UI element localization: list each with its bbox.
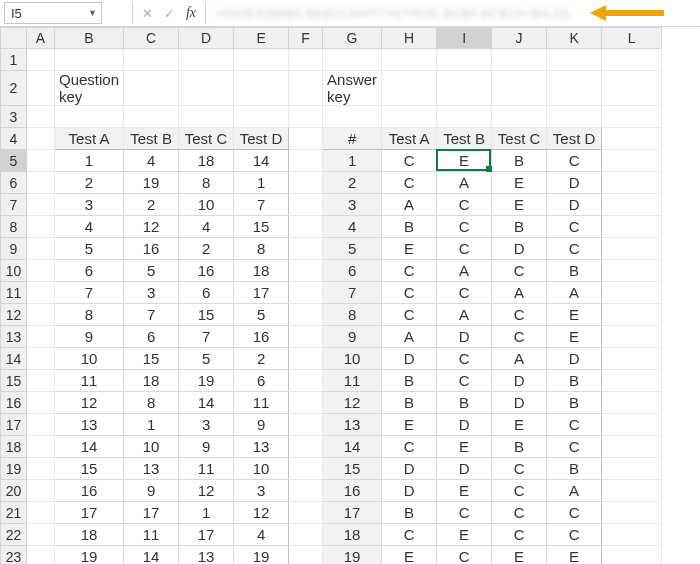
cell-J10[interactable]: C [492,260,547,282]
cell-J20[interactable]: C [492,480,547,502]
cell-K13[interactable]: E [547,326,602,348]
cell-I13[interactable]: D [437,326,492,348]
cell-A18[interactable] [27,436,55,458]
cell-B18[interactable]: 14 [55,436,124,458]
cell-E14[interactable]: 2 [234,348,289,370]
cell-H2[interactable] [382,71,437,106]
cell-G4[interactable]: # [323,128,382,150]
cell-L10[interactable] [602,260,662,282]
col-header-I[interactable]: I [437,28,492,49]
cell-D22[interactable]: 17 [179,524,234,546]
cell-F2[interactable] [289,71,323,106]
cell-A14[interactable] [27,348,55,370]
cell-C9[interactable]: 16 [124,238,179,260]
cell-F7[interactable] [289,194,323,216]
select-all-corner[interactable] [1,28,27,49]
cell-D6[interactable]: 8 [179,172,234,194]
cell-D20[interactable]: 12 [179,480,234,502]
row-header-15[interactable]: 15 [1,370,27,392]
col-header-D[interactable]: D [179,28,234,49]
cell-K18[interactable]: C [547,436,602,458]
cell-E20[interactable]: 3 [234,480,289,502]
cell-L13[interactable] [602,326,662,348]
cell-A3[interactable] [27,106,55,128]
cell-F17[interactable] [289,414,323,436]
cell-H9[interactable]: E [382,238,437,260]
cell-D23[interactable]: 13 [179,546,234,565]
cell-A15[interactable] [27,370,55,392]
cell-E13[interactable]: 16 [234,326,289,348]
cell-I18[interactable]: E [437,436,492,458]
cell-K17[interactable]: C [547,414,602,436]
cell-I10[interactable]: A [437,260,492,282]
cell-E8[interactable]: 15 [234,216,289,238]
cell-H23[interactable]: E [382,546,437,565]
cell-L7[interactable] [602,194,662,216]
cell-D5[interactable]: 18 [179,150,234,172]
cell-E5[interactable]: 14 [234,150,289,172]
col-header-F[interactable]: F [289,28,323,49]
cell-F23[interactable] [289,546,323,565]
cell-F20[interactable] [289,480,323,502]
cell-K7[interactable]: D [547,194,602,216]
cell-D21[interactable]: 1 [179,502,234,524]
row-header-7[interactable]: 7 [1,194,27,216]
cell-D19[interactable]: 11 [179,458,234,480]
cell-A21[interactable] [27,502,55,524]
cell-A22[interactable] [27,524,55,546]
row-header-6[interactable]: 6 [1,172,27,194]
cell-J1[interactable] [492,49,547,71]
cell-H1[interactable] [382,49,437,71]
cell-B10[interactable]: 6 [55,260,124,282]
cell-G3[interactable] [323,106,382,128]
cell-K3[interactable] [547,106,602,128]
cell-K21[interactable]: C [547,502,602,524]
cell-A6[interactable] [27,172,55,194]
cell-K23[interactable]: E [547,546,602,565]
cell-A11[interactable] [27,282,55,304]
cell-E16[interactable]: 11 [234,392,289,414]
cell-I11[interactable]: C [437,282,492,304]
cell-G11[interactable]: 7 [323,282,382,304]
cell-A12[interactable] [27,304,55,326]
cell-I19[interactable]: D [437,458,492,480]
row-header-9[interactable]: 9 [1,238,27,260]
cell-J18[interactable]: B [492,436,547,458]
cell-E9[interactable]: 8 [234,238,289,260]
cell-F19[interactable] [289,458,323,480]
cell-C4[interactable]: Test B [124,128,179,150]
cell-D13[interactable]: 7 [179,326,234,348]
cell-H8[interactable]: B [382,216,437,238]
cell-D7[interactable]: 10 [179,194,234,216]
cell-C17[interactable]: 1 [124,414,179,436]
cell-C5[interactable]: 4 [124,150,179,172]
cell-L1[interactable] [602,49,662,71]
cell-L23[interactable] [602,546,662,565]
cell-L19[interactable] [602,458,662,480]
cell-A10[interactable] [27,260,55,282]
row-header-20[interactable]: 20 [1,480,27,502]
cell-A13[interactable] [27,326,55,348]
col-header-J[interactable]: J [492,28,547,49]
cell-G6[interactable]: 2 [323,172,382,194]
cell-G17[interactable]: 13 [323,414,382,436]
col-header-H[interactable]: H [382,28,437,49]
cell-E6[interactable]: 1 [234,172,289,194]
cell-E11[interactable]: 17 [234,282,289,304]
cell-J16[interactable]: D [492,392,547,414]
cell-B16[interactable]: 12 [55,392,124,414]
chevron-down-icon[interactable]: ▼ [88,8,97,18]
cell-F1[interactable] [289,49,323,71]
cell-K19[interactable]: B [547,458,602,480]
cell-E10[interactable]: 18 [234,260,289,282]
cell-E18[interactable]: 13 [234,436,289,458]
row-header-11[interactable]: 11 [1,282,27,304]
cell-I2[interactable] [437,71,492,106]
cell-G15[interactable]: 11 [323,370,382,392]
cell-J23[interactable]: E [492,546,547,565]
cell-H15[interactable]: B [382,370,437,392]
cell-A23[interactable] [27,546,55,565]
cell-A9[interactable] [27,238,55,260]
cell-G8[interactable]: 4 [323,216,382,238]
cell-J14[interactable]: A [492,348,547,370]
